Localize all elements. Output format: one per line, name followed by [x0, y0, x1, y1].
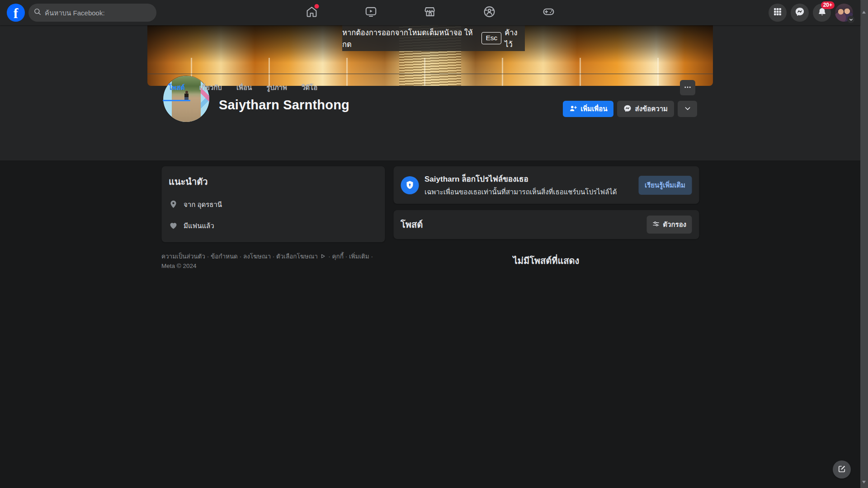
- tab-photos[interactable]: รูปภาพ: [259, 74, 294, 101]
- profile-tabs: โพสต์ เกี่ยวกับ เพื่อน รูปภาพ วิดีโอ: [161, 74, 713, 101]
- location-pin-icon: [169, 200, 178, 210]
- search-input[interactable]: [45, 9, 151, 17]
- ellipsis-icon: [684, 83, 692, 93]
- tab-videos[interactable]: วิดีโอ: [294, 74, 325, 101]
- locked-profile-subtitle: เฉพาะเพื่อนของเธอเท่านั้นที่สามารถเห็นสิ…: [425, 187, 632, 197]
- navbar-right: 20+: [769, 4, 853, 22]
- nav-tab-home[interactable]: [282, 0, 341, 25]
- apps-grid-icon: [773, 7, 782, 18]
- filter-button[interactable]: ตัวกรอง: [646, 216, 692, 234]
- message-label: ส่งข้อความ: [635, 103, 668, 114]
- intro-relationship-text: มีแฟนแล้ว: [184, 221, 214, 231]
- add-friend-label: เพิ่มเพื่อน: [580, 103, 607, 114]
- esc-key-cap: Esc: [481, 32, 501, 44]
- chevron-down-icon: [684, 105, 691, 113]
- tab-posts[interactable]: โพสต์: [161, 74, 192, 101]
- notifications-button[interactable]: 20+: [813, 4, 831, 22]
- messenger-icon: [795, 7, 805, 19]
- profile-content: แนะนำตัว จาก อุดรธานี มีแฟนแล้ว ความเป็น…: [161, 166, 699, 271]
- filter-label: ตัวกรอง: [663, 219, 686, 230]
- intro-title: แนะนำตัว: [169, 174, 377, 189]
- notification-count-badge: 20+: [821, 1, 835, 9]
- shield-lock-icon: [401, 176, 419, 194]
- footer-links[interactable]: ความเป็นส่วนตัว · ข้อกำหนด · ลงโฆษณา · ต…: [161, 252, 377, 271]
- tab-about[interactable]: เกี่ยวกับ: [192, 74, 229, 101]
- learn-more-button[interactable]: เรียนรู้เพิ่มเติม: [638, 176, 692, 195]
- intro-item-relationship: มีแฟนแล้ว: [169, 221, 377, 231]
- messenger-small-icon: [623, 104, 632, 114]
- intro-item-hometown: จาก อุดรธานี: [169, 199, 377, 210]
- gaming-icon: [542, 5, 555, 20]
- adchoices-icon: [320, 253, 327, 260]
- message-button[interactable]: ส่งข้อความ: [617, 101, 674, 117]
- top-navbar: f: [0, 0, 860, 25]
- marketplace-icon: [424, 5, 437, 20]
- navbar-left: f: [7, 4, 156, 22]
- messenger-button[interactable]: [791, 4, 809, 22]
- locked-profile-card: Saiytharn ล็อกโปรไฟล์ของเธอ เฉพาะเพื่อนข…: [393, 166, 699, 204]
- home-notification-dot: [315, 4, 319, 9]
- intro-card: แนะนำตัว จาก อุดรธานี มีแฟนแล้ว: [161, 166, 385, 242]
- facebook-profile-page: f: [0, 0, 860, 488]
- facebook-logo-letter: f: [14, 5, 18, 22]
- scrollbar-down-arrow[interactable]: [862, 481, 866, 483]
- fullscreen-exit-toast: หากต้องการออกจากโหมดเต็มหน้าจอ ให้กด Esc…: [342, 25, 525, 51]
- no-posts-message: ไม่มีโพสต์ที่แสดง: [393, 253, 699, 268]
- locked-profile-title: Saiytharn ล็อกโปรไฟล์ของเธอ: [425, 173, 632, 185]
- tab-friends[interactable]: เพื่อน: [229, 74, 259, 101]
- add-friend-button[interactable]: เพิ่มเพื่อน: [563, 101, 613, 117]
- compose-button[interactable]: [833, 460, 851, 479]
- facebook-logo[interactable]: f: [7, 4, 25, 22]
- account-chevron-icon: [847, 16, 854, 23]
- search-bar[interactable]: [28, 4, 156, 22]
- filters-icon: [652, 220, 660, 229]
- left-column: แนะนำตัว จาก อุดรธานี มีแฟนแล้ว ความเป็น…: [161, 166, 385, 271]
- nav-tab-gaming[interactable]: [519, 0, 578, 25]
- search-icon: [34, 8, 41, 17]
- right-column: Saiytharn ล็อกโปรไฟล์ของเธอ เฉพาะเพื่อนข…: [393, 166, 699, 271]
- account-menu-button[interactable]: [835, 4, 853, 22]
- toast-text-before: หากต้องการออกจากโหมดเต็มหน้าจอ ให้กด: [342, 27, 478, 50]
- locked-profile-texts: Saiytharn ล็อกโปรไฟล์ของเธอ เฉพาะเพื่อนข…: [425, 173, 632, 197]
- footer-links-part1: ความเป็นส่วนตัว · ข้อกำหนด · ลงโฆษณา · ต…: [161, 253, 318, 260]
- more-options-button[interactable]: [680, 80, 695, 95]
- intro-hometown-text: จาก อุดรธานี: [184, 199, 222, 210]
- edit-pencil-icon: [837, 465, 846, 475]
- profile-action-buttons: เพิ่มเพื่อน ส่งข้อความ: [563, 101, 697, 117]
- scrollbar-up-arrow[interactable]: [862, 11, 866, 14]
- nav-tab-marketplace[interactable]: [401, 0, 460, 25]
- profile-options-chevron-button[interactable]: [678, 101, 697, 117]
- posts-section-header: โพสต์ ตัวกรอง: [393, 210, 699, 239]
- watch-icon: [365, 5, 377, 20]
- posts-title: โพสต์: [401, 217, 423, 232]
- page-scrollbar[interactable]: [860, 0, 868, 488]
- nav-tab-watch[interactable]: [341, 0, 401, 25]
- toast-text-after: ค้างไว้: [505, 27, 525, 50]
- nav-tab-groups[interactable]: [460, 0, 519, 25]
- person-add-icon: [569, 104, 577, 114]
- heart-icon: [169, 221, 178, 231]
- groups-icon: [483, 5, 496, 20]
- navbar-center-tabs: [282, 0, 578, 25]
- apps-menu-button[interactable]: [769, 4, 787, 22]
